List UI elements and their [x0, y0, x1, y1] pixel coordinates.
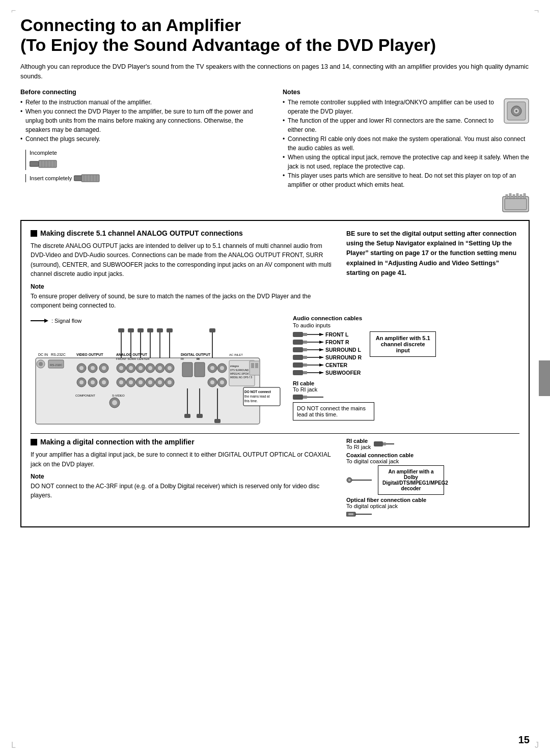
- before-connecting-label: Before connecting: [20, 89, 267, 96]
- rca-plug-svg-6: [293, 370, 323, 376]
- cable-row-center: CENTER: [293, 362, 362, 368]
- optical-cable-visual: [346, 510, 519, 518]
- svg-rect-152: [374, 441, 383, 446]
- svg-point-48: [102, 380, 106, 384]
- svg-rect-124: [214, 419, 221, 423]
- insert-row: Insert completely: [25, 173, 267, 183]
- rca-plug-svg-2: [293, 339, 323, 345]
- cable-row-front-l: FRONT L: [293, 331, 362, 338]
- svg-text:this time.: this time.: [244, 399, 258, 403]
- svg-rect-159: [348, 513, 353, 515]
- svg-point-81: [210, 366, 214, 370]
- svg-rect-110: [138, 328, 144, 332]
- svg-rect-108: [118, 328, 124, 332]
- svg-point-40: [91, 366, 95, 370]
- svg-rect-142: [303, 363, 307, 367]
- digital-cables-section: RI cable To RI jack Coaxial connection c…: [346, 438, 519, 518]
- page-title: Connecting to an Amplifier (To Enjoy the…: [20, 15, 530, 55]
- svg-rect-123: [197, 414, 203, 418]
- svg-rect-109: [128, 328, 134, 332]
- cable-row-front-r: FRONT R: [293, 339, 362, 345]
- svg-text:AC INLET: AC INLET: [229, 353, 243, 356]
- rca-plug-svg-1: [293, 331, 323, 338]
- svg-point-87: [220, 380, 224, 384]
- svg-rect-23: [513, 194, 515, 199]
- svg-rect-133: [293, 347, 303, 352]
- connector-illustration: Incomplete: [25, 149, 267, 183]
- incomplete-label: Incomplete: [30, 149, 70, 171]
- corner-mark-tr: ¬: [534, 6, 539, 15]
- svg-point-68: [139, 380, 143, 384]
- pre-connection-notes: Before connecting Refer to the instructi…: [20, 89, 530, 216]
- sidebar-tab: [539, 360, 550, 396]
- section2-note-text: DO NOT connect to the AC-3RF input (e.g.…: [31, 482, 336, 500]
- svg-text:DIGITAL OUTPUT: DIGITAL OUTPUT: [181, 353, 211, 356]
- svg-text:DTS SURROUND: DTS SURROUND: [230, 369, 249, 372]
- svg-rect-24: [516, 193, 518, 199]
- heat-icon-svg: [502, 191, 530, 214]
- svg-rect-79: [195, 362, 205, 377]
- svg-rect-137: [293, 355, 303, 360]
- svg-point-46: [91, 380, 95, 384]
- svg-marker-28: [44, 319, 48, 323]
- svg-point-58: [148, 366, 152, 370]
- before-connecting-col: Before connecting Refer to the instructi…: [20, 89, 267, 216]
- incomplete-plug: [30, 158, 70, 171]
- cable-row-surr-r: SURROUND R: [293, 354, 362, 360]
- section1-right: BE sure to set the digital output settin…: [346, 229, 519, 310]
- svg-text:RI: RI: [181, 357, 184, 360]
- amp-dolby-box: An amplifier with a Dolby Digital/DTS/MP…: [378, 465, 444, 495]
- svg-marker-140: [319, 356, 323, 359]
- svg-rect-113: [167, 328, 173, 332]
- svg-text:S-VIDEO: S-VIDEO: [112, 394, 125, 397]
- notes-list: The remote controller supplied with Inte…: [283, 98, 530, 189]
- incomplete-plug-svg: [30, 158, 70, 170]
- optical-cable-svg: [346, 510, 372, 518]
- main-bordered-section: Making discrete 5.1 channel ANALOG OUTPU…: [20, 220, 530, 527]
- svg-text:RI: RI: [197, 357, 200, 360]
- heat-icon: [502, 191, 530, 216]
- cables-labels: Audio connection cables To audio inputs …: [290, 315, 519, 421]
- svg-point-38: [79, 366, 84, 370]
- ri-cable-digital-row: RI cable To RI jack: [346, 438, 519, 450]
- cable-row-subwoofer: SUBWOOFER: [293, 370, 362, 376]
- svg-point-83: [220, 366, 224, 370]
- section1-heading: Making discrete 5.1 channel ANALOG OUTPU…: [31, 229, 336, 237]
- svg-rect-130: [303, 341, 307, 344]
- svg-point-72: [158, 380, 162, 384]
- svg-marker-148: [319, 371, 323, 374]
- svg-rect-114: [209, 328, 215, 332]
- svg-rect-134: [303, 348, 307, 351]
- corner-mark-tl: ⌐: [11, 6, 16, 15]
- ri-cable-svg: [293, 394, 323, 400]
- svg-point-66: [129, 380, 133, 384]
- svg-marker-136: [319, 348, 323, 351]
- section1-body: The discrete ANALOG OUTPUT jacks are int…: [31, 241, 336, 279]
- do-not-connect-box: DO NOT connect the mains lead at this ti…: [293, 402, 374, 421]
- section2-body: If your amplifier has a digital input ja…: [31, 450, 336, 469]
- svg-point-62: [168, 366, 172, 370]
- ri-cable-section: RI cable To RI jack: [293, 380, 519, 400]
- svg-point-70: [148, 380, 152, 384]
- cable-connections-51: FRONT L FRONT R: [293, 331, 519, 377]
- note-item-1: The remote controller supplied with Inte…: [283, 98, 530, 116]
- ri-cable-label: RI cable: [293, 380, 519, 386]
- svg-rect-149: [293, 395, 303, 400]
- svg-marker-144: [319, 363, 323, 367]
- svg-text:integra: integra: [230, 365, 239, 368]
- coaxial-cable-row: Coaxial connection cable To digital coax…: [346, 452, 519, 495]
- note-item-4: When using the optical input jack, remov…: [283, 153, 530, 171]
- signal-flow-arrow: [31, 317, 48, 324]
- dvd-player-diagram: : Signal flow DC IN RS-232C RS-232C: [31, 315, 285, 429]
- corner-mark-br: J: [535, 741, 539, 750]
- svg-point-99: [112, 400, 117, 405]
- intro-paragraph: Although you can reproduce the DVD Playe…: [20, 62, 530, 81]
- svg-text:COMPONENT: COMPONENT: [75, 394, 95, 397]
- signal-flow-label: : Signal flow: [31, 317, 285, 324]
- amp-51-box: An amplifier with 5.1 channel discrete i…: [370, 331, 436, 357]
- before-connecting-item-2: When you connect the DVD Player to the a…: [20, 107, 267, 134]
- svg-rect-0: [30, 161, 39, 166]
- section1-note-label: Note: [31, 283, 336, 290]
- corner-mark-bl: L: [11, 741, 16, 750]
- svg-text:VIDEO OUTPUT: VIDEO OUTPUT: [76, 353, 103, 356]
